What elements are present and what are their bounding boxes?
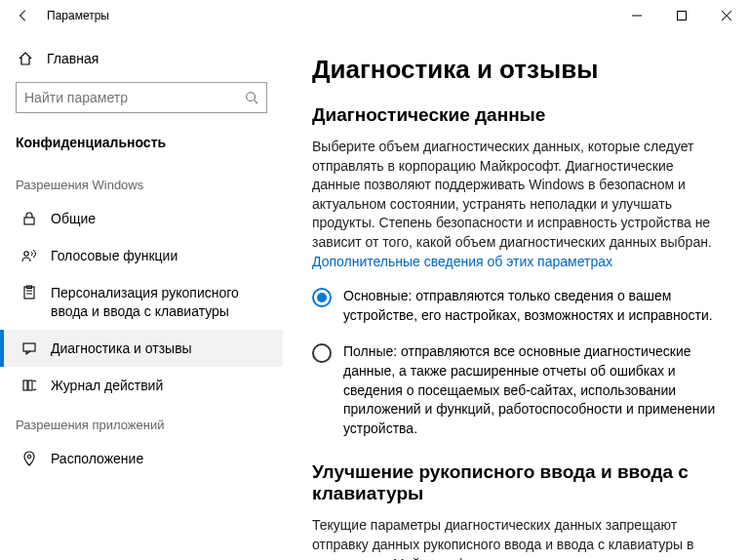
home-label: Главная <box>47 51 99 66</box>
back-button[interactable] <box>8 0 39 31</box>
radio-basic-label: Основные: отправляются только сведения о… <box>343 287 720 325</box>
lock-icon <box>20 211 39 226</box>
inking-warning: Текущие параметры диагностических данных… <box>312 516 720 560</box>
home-icon <box>16 51 35 66</box>
sidebar-item-activity[interactable]: Журнал действий <box>0 367 283 404</box>
feedback-icon <box>20 340 39 356</box>
clipboard-icon <box>20 285 39 300</box>
sidebar-item-diagnostics[interactable]: Диагностика и отзывы <box>0 330 283 367</box>
section-heading-diagnostic: Диагностические данные <box>312 104 720 126</box>
page-title: Диагностика и отзывы <box>312 55 720 85</box>
close-button[interactable] <box>704 0 749 31</box>
svg-line-16 <box>33 389 36 390</box>
radio-icon <box>312 288 332 307</box>
minimize-icon <box>632 11 642 20</box>
svg-rect-1 <box>678 12 687 20</box>
speech-icon <box>20 248 39 263</box>
svg-point-4 <box>247 93 256 101</box>
search-input-wrap[interactable] <box>16 82 267 113</box>
svg-point-17 <box>27 455 31 459</box>
sidebar-item-location[interactable]: Расположение <box>0 440 283 477</box>
sidebar-item-label: Журнал действий <box>51 377 163 394</box>
section-heading: Конфиденциальность <box>0 129 283 164</box>
sidebar: Главная Конфиденциальность Разрешения Wi… <box>0 31 283 560</box>
maximize-button[interactable] <box>659 0 704 31</box>
radio-full-label: Полные: отправляются все основные диагно… <box>343 342 720 438</box>
maximize-icon <box>677 11 687 20</box>
sidebar-item-label: Общие <box>51 210 96 227</box>
svg-point-7 <box>24 252 28 256</box>
sidebar-item-speech[interactable]: Голосовые функции <box>0 237 283 274</box>
svg-line-5 <box>255 100 258 104</box>
sidebar-item-general[interactable]: Общие <box>0 200 283 237</box>
sidebar-item-inking[interactable]: Персонализация рукописного ввода и ввода… <box>0 274 283 329</box>
location-icon <box>20 451 39 466</box>
sidebar-item-label: Расположение <box>51 450 143 467</box>
search-icon <box>245 91 258 104</box>
group-heading-windows: Разрешения Windows <box>0 164 283 200</box>
sidebar-item-label: Диагностика и отзывы <box>51 340 192 357</box>
svg-rect-12 <box>23 343 35 351</box>
window-title: Параметры <box>47 9 109 22</box>
sidebar-item-label: Персонализация рукописного ввода и ввода… <box>51 284 267 319</box>
main-content: Диагностика и отзывы Диагностические дан… <box>283 31 749 560</box>
radio-icon <box>312 343 332 363</box>
section-heading-inking: Улучшение рукописного ввода и ввода с кл… <box>312 461 720 504</box>
svg-rect-14 <box>28 380 32 390</box>
search-input[interactable] <box>24 90 245 105</box>
svg-rect-6 <box>24 218 34 224</box>
sidebar-item-label: Голосовые функции <box>51 247 177 264</box>
learn-more-link[interactable]: Дополнительные сведения об этих параметр… <box>312 254 612 269</box>
minimize-button[interactable] <box>614 0 659 31</box>
radio-full[interactable]: Полные: отправляются все основные диагно… <box>312 342 720 438</box>
radio-basic[interactable]: Основные: отправляются только сведения о… <box>312 287 720 325</box>
group-heading-apps: Разрешения приложений <box>0 404 283 440</box>
history-icon <box>20 378 39 393</box>
arrow-left-icon <box>17 9 30 22</box>
svg-line-15 <box>33 380 36 381</box>
close-icon <box>722 11 731 20</box>
home-link[interactable]: Главная <box>0 43 283 74</box>
diagnostic-description: Выберите объем диагностических данных, к… <box>312 138 720 271</box>
svg-rect-13 <box>23 380 27 390</box>
